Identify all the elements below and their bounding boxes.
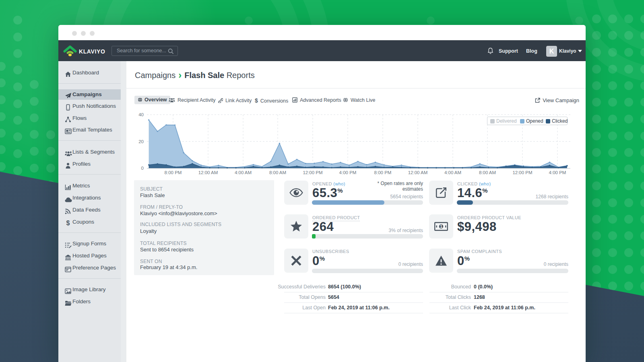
svg-text:20: 20 bbox=[138, 139, 144, 144]
svg-text:8:00 AM: 8:00 AM bbox=[269, 170, 286, 175]
svg-text:12:00 AM: 12:00 AM bbox=[408, 170, 428, 175]
svg-text:1: 1 bbox=[440, 224, 442, 229]
svg-text:8:00 PM: 8:00 PM bbox=[165, 170, 182, 175]
svg-text:12:00 PM: 12:00 PM bbox=[512, 170, 532, 175]
svg-text:8:00 PM: 8:00 PM bbox=[374, 170, 392, 175]
svg-text:4:00 AM: 4:00 AM bbox=[235, 170, 252, 175]
svg-text:0: 0 bbox=[141, 166, 144, 171]
svg-text:40: 40 bbox=[138, 112, 144, 117]
svg-text:12:00 PM: 12:00 PM bbox=[303, 170, 322, 175]
svg-text:12:00 AM: 12:00 AM bbox=[198, 170, 218, 175]
svg-text:$: $ bbox=[66, 220, 70, 226]
svg-text:4:00 AM: 4:00 AM bbox=[444, 170, 461, 175]
svg-text:4:00 PM: 4:00 PM bbox=[549, 170, 566, 175]
svg-text:8:00 AM: 8:00 AM bbox=[479, 170, 496, 175]
svg-text:4:00 PM: 4:00 PM bbox=[339, 170, 357, 175]
